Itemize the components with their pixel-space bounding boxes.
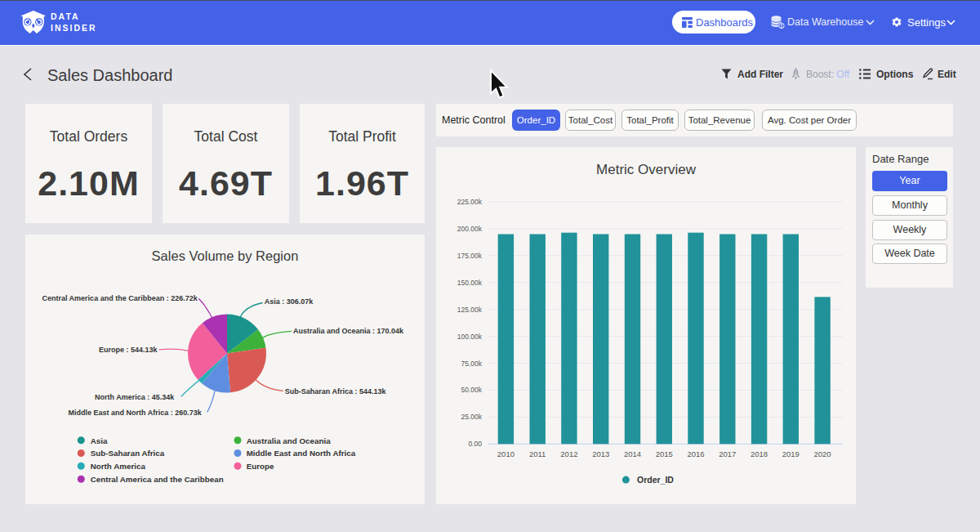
svg-text:2017: 2017 [719,449,736,458]
svg-text:2010: 2010 [497,449,514,458]
svg-text:Middle East and North Africa: Middle East and North Africa [247,449,356,458]
svg-text:2015: 2015 [656,449,673,458]
svg-text:225.00k: 225.00k [457,198,483,206]
svg-text:Metric Overview: Metric Overview [596,162,697,177]
svg-text:2016: 2016 [687,449,704,458]
svg-text:Sub-Saharan Africa : 544.13k: Sub-Saharan Africa : 544.13k [285,387,387,396]
svg-text:2013: 2013 [592,449,609,458]
svg-text:Europe: Europe [247,462,274,471]
svg-text:Europe : 544.13k: Europe : 544.13k [99,346,158,354]
svg-text:150.00k: 150.00k [457,279,483,287]
svg-text:25.00k: 25.00k [461,413,482,421]
svg-text:2018: 2018 [751,449,768,458]
svg-text:2020: 2020 [814,449,831,458]
svg-text:Central America and the Caribb: Central America and the Caribbean : 226.… [42,294,198,302]
svg-text:2011: 2011 [529,449,546,458]
svg-text:125.00k: 125.00k [457,306,483,314]
svg-text:50.00k: 50.00k [461,386,482,394]
svg-text:2012: 2012 [560,449,577,458]
svg-text:Middle East and North Africa :: Middle East and North Africa : 260.73k [68,409,202,417]
svg-text:Australia and Oceania : 170.04: Australia and Oceania : 170.04k [293,327,404,335]
svg-text:North America: North America [91,462,146,471]
svg-text:Order_ID: Order_ID [637,475,674,485]
svg-text:Asia: Asia [91,436,108,445]
svg-text:75.00k: 75.00k [461,360,482,368]
svg-text:2014: 2014 [624,449,641,458]
svg-text:100.00k: 100.00k [457,333,483,341]
svg-text:0.00: 0.00 [468,440,482,448]
svg-text:Australia and Oceania: Australia and Oceania [247,436,331,445]
svg-text:2019: 2019 [782,449,800,458]
svg-text:Sub-Saharan Africa: Sub-Saharan Africa [91,449,165,458]
svg-text:North America : 45.34k: North America : 45.34k [95,393,175,401]
svg-text:200.00k: 200.00k [457,225,483,233]
svg-text:Asia : 306.07k: Asia : 306.07k [265,297,314,306]
svg-text:Central America and the Caribb: Central America and the Caribbean [91,475,224,484]
svg-text:175.00k: 175.00k [457,252,483,260]
